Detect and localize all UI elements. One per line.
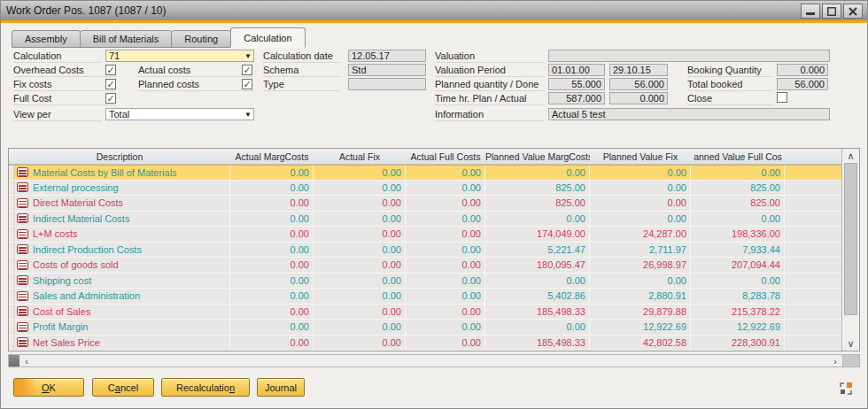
row-link-icon[interactable] (14, 289, 30, 304)
maximize-button[interactable] (822, 4, 841, 19)
row-link-icon[interactable] (14, 258, 30, 273)
scroll-right-button[interactable]: › (828, 355, 842, 367)
description-cell: Sales and Administration (30, 289, 230, 304)
table-row[interactable]: Net Sales Price 0.00 0.00 0.00 185,498.3… (9, 336, 841, 351)
total-booked-field[interactable]: 56.000 (777, 78, 828, 90)
tab-calculation[interactable]: Calculation (230, 27, 305, 48)
row-link-icon[interactable] (14, 196, 30, 211)
recalculation-button[interactable]: Recalculation (161, 378, 250, 397)
row-link-icon[interactable] (14, 336, 30, 351)
row-link-icon[interactable] (14, 227, 30, 242)
vertical-scrollbar[interactable]: ∧ ∨ (841, 149, 859, 351)
table-row[interactable]: Cost of Sales 0.00 0.00 0.00 185,498.33 … (9, 305, 841, 320)
tab-bill-of-materials[interactable]: Bill of Materials (80, 30, 173, 48)
actual-margcosts-cell: 0.00 (230, 305, 314, 320)
filler-cell (785, 196, 841, 211)
close-button[interactable] (843, 4, 863, 19)
actual-costs-label: Actual costs (138, 65, 253, 77)
vertical-scroll-track[interactable] (842, 315, 859, 336)
planned-quantity-field[interactable]: 55.000 (548, 78, 605, 90)
ok-button[interactable]: OK (13, 378, 84, 397)
tab-routing[interactable]: Routing (171, 30, 231, 48)
valuation-period-from-field[interactable]: 01.01.00 (548, 64, 605, 76)
overhead-costs-label: Overhead Costs (13, 65, 116, 77)
row-link-icon[interactable] (14, 181, 30, 196)
column-header-actual-fix[interactable]: Actual Fix (314, 151, 406, 162)
scroll-left-button[interactable]: ‹ (19, 355, 34, 367)
table-row[interactable]: Costs of goods sold 0.00 0.00 0.00 180,0… (9, 258, 841, 274)
planned-value-margcosts-cell: 825.00 (485, 196, 590, 211)
table-body: Material Costs by Bill of Materials 0.00… (9, 165, 841, 351)
close-checkbox[interactable] (777, 92, 787, 103)
column-header-actual-margcosts[interactable]: Actual MargCosts (230, 151, 314, 162)
title-bar[interactable]: Work Order Pos. 1087 (1087 / 10) (1, 1, 867, 20)
done-quantity-field[interactable]: 56.000 (609, 78, 668, 90)
table-row[interactable]: Direct Material Costs 0.00 0.00 0.00 825… (9, 196, 841, 212)
chevron-down-icon[interactable]: ▼ (244, 110, 252, 120)
row-link-icon[interactable] (14, 320, 30, 335)
booking-quantity-field[interactable]: 0.000 (777, 64, 828, 76)
planned-costs-label: Planned costs (138, 79, 253, 91)
actual-full-costs-cell: 0.00 (406, 305, 485, 320)
valuation-period-to-field[interactable]: 29.10.15 (609, 64, 668, 76)
horizontal-scrollbar[interactable]: ‹ › (8, 354, 860, 367)
description-cell: Indirect Material Costs (30, 212, 230, 227)
row-link-icon[interactable] (14, 274, 30, 289)
row-link-icon[interactable] (14, 166, 30, 180)
planned-value-fix-cell: 0.00 (590, 212, 691, 227)
scroll-down-icon: ∨ (847, 338, 854, 350)
time-hr-actual-field[interactable]: 0.000 (609, 92, 668, 104)
type-field[interactable] (348, 78, 426, 90)
scroll-up-button[interactable]: ∧ (842, 149, 859, 163)
time-hr-plan-field[interactable]: 587.000 (548, 92, 605, 104)
schema-field[interactable]: Std (348, 64, 426, 76)
horizontal-scroll-track[interactable] (34, 355, 828, 367)
table-row[interactable]: Material Costs by Bill of Materials 0.00… (9, 165, 841, 181)
view-per-combo[interactable]: Total ▼ (105, 108, 254, 120)
document-lines-icon (17, 306, 28, 316)
minimize-button[interactable] (801, 4, 820, 19)
journal-button[interactable]: Journal (257, 378, 305, 397)
planned-value-fix-cell: 24,287.00 (590, 227, 691, 242)
table-row[interactable]: Indirect Production Costs 0.00 0.00 0.00… (9, 243, 841, 259)
planned-costs-checkbox[interactable]: ✓ (242, 79, 252, 89)
scrollbar-corner (842, 355, 859, 367)
vertical-scroll-thumb[interactable] (844, 163, 857, 315)
fix-costs-checkbox[interactable]: ✓ (105, 79, 116, 89)
filler-cell (785, 212, 841, 227)
full-cost-checkbox[interactable]: ✓ (105, 93, 116, 104)
column-header-description[interactable]: Description (9, 151, 230, 162)
valuation-field[interactable] (548, 50, 830, 62)
overhead-costs-checkbox[interactable]: ✓ (105, 65, 116, 75)
table-row[interactable]: L+M costs 0.00 0.00 0.00 174,049.00 24,2… (9, 227, 841, 243)
table-row[interactable]: External processing 0.00 0.00 0.00 825.0… (9, 181, 841, 197)
column-header-planned-value-fix[interactable]: Planned Value Fix (590, 151, 691, 162)
document-lines-icon (17, 182, 28, 192)
table-row[interactable]: Shipping cost 0.00 0.00 0.00 0.00 0.00 0… (9, 274, 841, 289)
information-field[interactable]: Actual 5 test (548, 108, 830, 120)
description-cell: Direct Material Costs (30, 196, 230, 211)
actual-full-costs-cell: 0.00 (406, 212, 485, 227)
row-link-icon[interactable] (14, 305, 30, 320)
table-row[interactable]: Indirect Material Costs 0.00 0.00 0.00 0… (9, 212, 841, 228)
table-row[interactable]: Sales and Administration 0.00 0.00 0.00 … (9, 289, 841, 305)
column-header-planned-value-full-cost[interactable]: anned Value Full Cos (691, 151, 785, 162)
column-header-planned-value-margcosts[interactable]: Planned Value MargCosts (485, 151, 590, 162)
row-link-icon[interactable] (14, 243, 30, 258)
tab-assembly[interactable]: Assembly (12, 30, 81, 48)
cancel-button[interactable]: Cancel (92, 378, 154, 397)
actual-fix-cell: 0.00 (314, 212, 406, 227)
row-link-icon[interactable] (14, 212, 30, 227)
resize-form-icon[interactable] (839, 382, 853, 396)
column-header-actual-full-costs[interactable]: Actual Full Costs (406, 151, 485, 162)
time-hr-plan-actual-label: Time hr. Plan / Actual (435, 93, 545, 105)
actual-margcosts-cell: 0.00 (230, 227, 314, 242)
chevron-down-icon[interactable]: ▼ (244, 51, 252, 62)
table-row[interactable]: Profit Margin 0.00 0.00 0.00 0.00 12,922… (9, 320, 841, 336)
actual-costs-checkbox[interactable]: ✓ (242, 65, 252, 75)
scroll-down-button[interactable]: ∨ (842, 336, 859, 351)
actual-fix-cell: 0.00 (314, 274, 406, 289)
planned-value-margcosts-cell: 825.00 (485, 181, 590, 196)
calculation-date-field[interactable]: 12.05.17 (348, 50, 426, 62)
calculation-combo[interactable]: 71 ▼ (105, 50, 254, 62)
